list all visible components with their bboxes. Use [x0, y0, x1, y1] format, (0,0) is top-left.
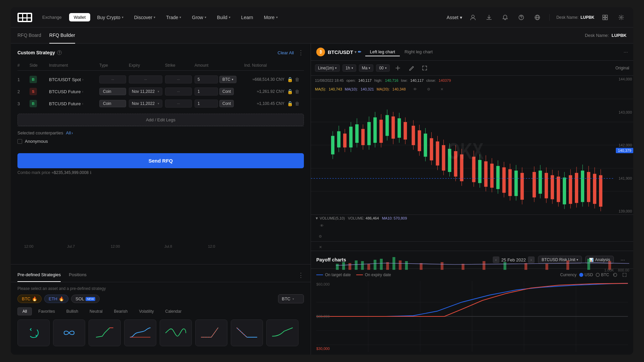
strategy-card-1[interactable]: [17, 319, 50, 346]
more-options-icon[interactable]: ⋮: [298, 49, 304, 56]
exchange-tab[interactable]: Exchange: [38, 13, 66, 21]
volume-settings-icon[interactable]: ⚙: [315, 231, 326, 242]
chevron-down-icon: ▾: [335, 66, 337, 70]
filter-tab-bullish[interactable]: Bullish: [61, 307, 83, 315]
interval-select[interactable]: 1h ▾: [342, 64, 356, 72]
filter-tab-calendar[interactable]: Calendar: [160, 307, 186, 315]
amount-input-1[interactable]: 5: [195, 75, 218, 83]
delete-icon[interactable]: 🗑: [295, 101, 300, 106]
currency-btc-option[interactable]: BTC: [596, 273, 609, 277]
layout-icon[interactable]: [600, 12, 610, 23]
add-edit-legs-button[interactable]: Add / Edit Legs: [17, 114, 304, 126]
strategy-card-4[interactable]: [124, 319, 156, 346]
strategy-card-2[interactable]: [53, 319, 85, 346]
anonymous-checkbox[interactable]: [17, 139, 22, 144]
chart-tab-left-leg[interactable]: Left leg chart: [365, 48, 400, 56]
settings-icon[interactable]: [616, 12, 627, 23]
expiry-select-2[interactable]: Nov 11,2022 ▾: [129, 87, 162, 96]
col-side: Side: [30, 63, 46, 68]
ma-settings-icon[interactable]: ⚙: [423, 84, 434, 95]
asset-pill-eth[interactable]: ETH 🔥: [44, 295, 68, 303]
volume-visible-icon[interactable]: 👁: [316, 220, 327, 231]
predefined-tab-positions[interactable]: Positions: [69, 268, 87, 282]
filter-tab-neutral[interactable]: Neutral: [85, 307, 108, 315]
strategy-card-3[interactable]: [89, 319, 121, 346]
nav-build[interactable]: Build ▾: [213, 7, 234, 27]
expiry-select-3[interactable]: Nov 11,2022 ▾: [129, 100, 162, 108]
globe-icon[interactable]: [532, 12, 543, 23]
delete-icon[interactable]: 🗑: [295, 89, 300, 94]
more-options-icon[interactable]: ⋮: [298, 272, 304, 279]
instrument-cell-2[interactable]: BTCUSD Future ›: [49, 89, 97, 94]
chart-tab-right-leg[interactable]: Right leg chart: [400, 48, 437, 56]
download-icon[interactable]: [484, 12, 494, 23]
instrument-cell-1[interactable]: BTC/USDT Spot ›: [49, 77, 97, 82]
all-counterparties-link[interactable]: All ›: [66, 130, 73, 135]
amount-input-2[interactable]: 1: [195, 87, 218, 96]
more-options-icon[interactable]: ⋯: [624, 50, 628, 55]
svg-rect-116: [374, 260, 376, 270]
type-badge-3[interactable]: Coin: [99, 100, 126, 107]
help-icon[interactable]: [516, 12, 527, 23]
strategy-card-5[interactable]: [160, 319, 192, 346]
chart-fullscreen-icon[interactable]: [419, 63, 430, 73]
interval2-select[interactable]: 00 ▾: [376, 64, 389, 72]
filter-tab-volatility[interactable]: Volatility: [134, 307, 159, 315]
nav-grow[interactable]: Grow ▾: [188, 7, 210, 27]
payoff-refresh-icon[interactable]: [612, 272, 619, 278]
nav-trade[interactable]: Trade ▾: [162, 7, 185, 27]
send-rfq-button[interactable]: Send RFQ: [17, 153, 304, 168]
lock-icon[interactable]: 🔒: [287, 77, 293, 82]
filter-tab-bearish[interactable]: Bearish: [109, 307, 133, 315]
volume-close-icon[interactable]: ✕: [315, 242, 326, 252]
nav-discover[interactable]: Discover ▾: [130, 7, 159, 27]
ma-close-icon[interactable]: ✕: [437, 84, 447, 95]
payoff-expand-icon[interactable]: [621, 272, 628, 278]
currency-usd-option[interactable]: USD: [579, 273, 593, 277]
asset-button[interactable]: Asset ▾: [447, 15, 462, 20]
predefined-tab-strategies[interactable]: Pre-defined Strategies: [17, 268, 61, 282]
ohlc-row-ma: MA(5): 140,743 MA(10): 140,321 MA(20): 1…: [315, 84, 451, 95]
strategy-card-6[interactable]: [195, 319, 227, 346]
filter-tab-all[interactable]: All: [17, 307, 32, 315]
amount-input-3[interactable]: 1: [195, 100, 218, 108]
asset-select-box[interactable]: BTC ▾: [278, 294, 304, 303]
delete-icon[interactable]: 🗑: [295, 77, 300, 82]
svg-rect-120: [399, 260, 401, 270]
strategy-card-8[interactable]: [266, 319, 299, 346]
chart-draw-icon[interactable]: [406, 63, 417, 73]
lock-icon[interactable]: 🔒: [287, 101, 293, 106]
btc-icon: ₿: [316, 48, 325, 56]
amount-unit-3[interactable]: Cont: [219, 100, 234, 107]
strategy-card-7[interactable]: [231, 319, 263, 346]
subnav-rfq-builder[interactable]: RFQ Builder: [49, 27, 75, 44]
info-icon[interactable]: ?: [57, 50, 62, 55]
type-badge-2[interactable]: Coin: [99, 88, 126, 95]
wallet-tab[interactable]: Wallet: [69, 13, 91, 21]
profile-icon[interactable]: [468, 12, 478, 23]
clear-all-button[interactable]: Clear All: [278, 50, 294, 55]
subnav-rfq-board[interactable]: RFQ Board: [17, 27, 41, 44]
table-row: 3 B BTCUSD Future › Coin Nov 11,2022 ▾ -…: [17, 98, 304, 110]
nav-more[interactable]: More ▾: [260, 7, 282, 27]
amount-unit-1[interactable]: BTC ▾: [219, 76, 236, 83]
svg-rect-112: [348, 263, 351, 270]
bell-icon[interactable]: [500, 12, 511, 23]
asset-pill-btc[interactable]: BTC 🔥: [17, 295, 42, 303]
filter-tab-favorites[interactable]: Favorites: [33, 307, 60, 315]
predefined-body: Please select an asset and a pre-defined…: [11, 282, 311, 355]
chart-compare-icon[interactable]: [392, 63, 403, 73]
timeframe-select[interactable]: Line(1m) ▾: [315, 64, 340, 72]
amount-unit-2[interactable]: Cont: [219, 88, 234, 95]
strike-field-1: --: [165, 75, 192, 83]
lock-icon[interactable]: 🔒: [287, 89, 293, 94]
nav-buy-crypto[interactable]: Buy Crypto ▾: [93, 7, 127, 27]
svg-rect-3: [19, 18, 22, 21]
nav-learn[interactable]: Learn: [237, 7, 257, 27]
edit-icon[interactable]: ✏: [358, 50, 361, 54]
asset-name[interactable]: BTC/USDT ▾ ✏: [328, 49, 361, 55]
ma-visible-icon[interactable]: 👁: [410, 84, 421, 95]
asset-pill-sol[interactable]: SOL NEW: [71, 295, 100, 303]
indicator-select[interactable]: Ma ▾: [359, 64, 374, 72]
instrument-cell-3[interactable]: BTCUSD Future ›: [49, 101, 97, 106]
